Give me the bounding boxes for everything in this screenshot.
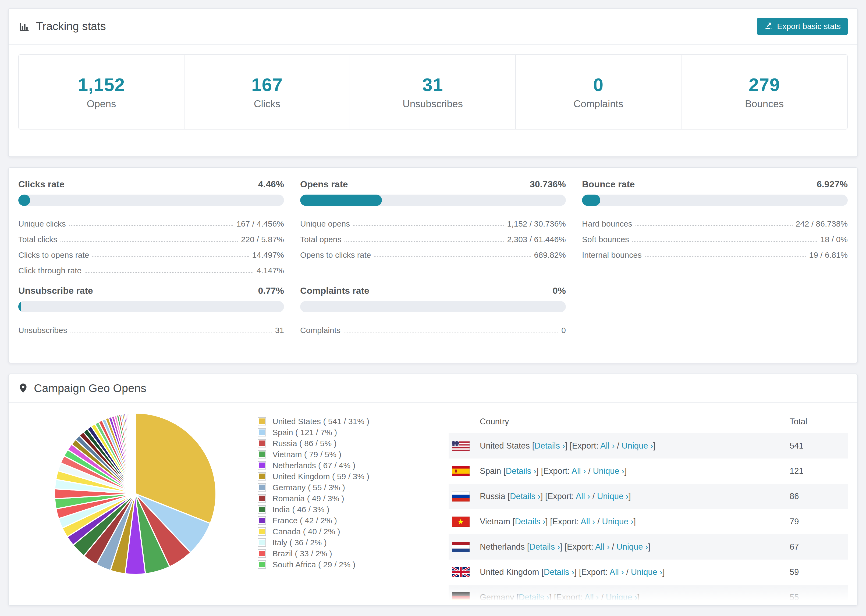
legend-item-netherlands[interactable]: Netherlands ( 67 / 4% )	[258, 460, 446, 471]
slash: /	[586, 466, 593, 476]
legend-item-germany[interactable]: Germany ( 55 / 3% )	[258, 482, 446, 493]
geo-pie-chart	[18, 410, 252, 606]
bracket: ]	[653, 441, 655, 451]
total-cell: 541	[790, 441, 848, 451]
export-unique-link[interactable]: Unique ›	[616, 542, 648, 552]
legend-label: Russia ( 86 / 5% )	[272, 439, 337, 448]
rate-row-hard-bounces: Hard bounces242 / 86.738%	[582, 213, 848, 228]
export-all-link[interactable]: All ›	[572, 466, 586, 476]
details-link[interactable]: Details ›	[534, 441, 565, 451]
de-flag-icon	[452, 592, 469, 603]
legend-item-france[interactable]: France ( 42 / 2% )	[258, 515, 446, 526]
rate-row-total-opens: Total opens2,303 / 61.446%	[300, 228, 566, 244]
legend-label: Germany ( 55 / 3% )	[272, 483, 345, 492]
bracket: ]	[536, 466, 541, 476]
export-basic-stats-button[interactable]: Export basic stats	[757, 18, 848, 35]
export-all-link[interactable]: All ›	[576, 492, 590, 501]
export-button-label: Export basic stats	[777, 22, 841, 31]
legend-swatch	[258, 538, 266, 547]
rate-row-value: 167 / 4.456%	[236, 219, 284, 228]
export-label: [Export:	[570, 441, 600, 451]
export-unique-link[interactable]: Unique ›	[602, 517, 633, 526]
stat-label: Bounces	[745, 98, 784, 110]
stat-value: 0	[593, 74, 604, 95]
stat-value: 31	[422, 74, 443, 95]
rate-row-value: 31	[275, 326, 284, 335]
legend-item-vietnam[interactable]: Vietnam ( 79 / 5% )	[258, 449, 446, 460]
export-all-link[interactable]: All ›	[600, 441, 614, 451]
export-unique-link[interactable]: Unique ›	[593, 466, 624, 476]
legend-item-spain[interactable]: Spain ( 121 / 7% )	[258, 427, 446, 438]
export-unique-link[interactable]: Unique ›	[597, 492, 628, 501]
stat-value: 279	[749, 74, 780, 95]
rate-group-complaints-rate: Complaints rate0%Complaints0	[300, 285, 566, 335]
details-link[interactable]: Details ›	[544, 567, 575, 577]
rate-row-value: 4.147%	[257, 266, 284, 275]
rate-group-bounce-rate: Bounce rate6.927%Hard bounces242 / 86.73…	[582, 179, 848, 275]
export-all-link[interactable]: All ›	[584, 592, 599, 602]
country-name: Netherlands	[480, 542, 527, 552]
legend-swatch	[258, 505, 266, 514]
progress-fill	[18, 195, 30, 206]
rate-title: Bounce rate	[582, 179, 635, 190]
total-cell: 67	[790, 542, 848, 552]
country-name: Vietnam	[480, 517, 513, 526]
stat-value: 1,152	[78, 74, 125, 95]
stat-label: Clicks	[254, 98, 280, 110]
geo-header: Campaign Geo Opens	[9, 374, 857, 403]
geo-table: Country Total United States [Details ›] …	[449, 410, 848, 606]
legend-item-south-africa[interactable]: South Africa ( 29 / 2% )	[258, 559, 446, 570]
bracket: ]	[545, 517, 550, 526]
legend-swatch	[258, 527, 266, 536]
legend-item-brazil[interactable]: Brazil ( 33 / 2% )	[258, 548, 446, 559]
export-all-link[interactable]: All ›	[609, 567, 624, 577]
bracket: [	[507, 492, 510, 501]
legend-item-russia[interactable]: Russia ( 86 / 5% )	[258, 438, 446, 449]
dotted-leader	[632, 241, 817, 242]
legend-item-canada[interactable]: Canada ( 40 / 2% )	[258, 526, 446, 537]
rate-row-label: Total opens	[300, 235, 341, 244]
legend-item-united-states[interactable]: United States ( 541 / 31% )	[258, 416, 446, 427]
export-all-link[interactable]: All ›	[595, 542, 609, 552]
country-name: Germany	[480, 592, 516, 602]
rates-panel: Clicks rate4.46%Unique clicks167 / 4.456…	[8, 167, 858, 363]
details-link[interactable]: Details ›	[510, 492, 540, 501]
export-unique-link[interactable]: Unique ›	[622, 441, 653, 451]
legend-label: India ( 46 / 3% )	[272, 505, 329, 514]
bracket: ]	[565, 441, 570, 451]
progress-bar	[582, 195, 848, 206]
legend-item-italy[interactable]: Italy ( 36 / 2% )	[258, 537, 446, 548]
total-cell: 59	[790, 567, 848, 577]
legend-label: South Africa ( 29 / 2% )	[272, 560, 355, 569]
country-cell: Netherlands [Details ›] [Export: All › /…	[480, 542, 790, 552]
legend-item-india[interactable]: India ( 46 / 3% )	[258, 504, 446, 515]
rate-row-value: 18 / 0%	[820, 235, 848, 244]
table-row-russia: Russia [Details ›] [Export: All › / Uniq…	[449, 484, 848, 509]
rate-title: Unsubscribe rate	[18, 285, 93, 296]
country-name: United Kingdom	[480, 567, 542, 577]
dotted-leader	[636, 225, 793, 226]
country-cell: Vietnam [Details ›] [Export: All › / Uni…	[480, 517, 790, 526]
legend-item-romania[interactable]: Romania ( 49 / 3% )	[258, 493, 446, 504]
export-unique-link[interactable]: Unique ›	[606, 592, 638, 602]
tracking-stats-panel: Tracking stats Export basic stats 1,152O…	[8, 8, 858, 157]
stat-cell-complaints: 0Complaints	[516, 55, 682, 129]
details-link[interactable]: Details ›	[519, 592, 550, 602]
legend-item-united-kingdom[interactable]: United Kingdom ( 59 / 3% )	[258, 471, 446, 482]
rate-row-value: 2,303 / 61.446%	[507, 235, 566, 244]
export-unique-link[interactable]: Unique ›	[631, 567, 663, 577]
details-link[interactable]: Details ›	[506, 466, 537, 476]
dotted-leader	[345, 241, 504, 242]
export-all-link[interactable]: All ›	[581, 517, 595, 526]
tracking-stats-title: Tracking stats	[18, 20, 106, 33]
legend-swatch	[258, 461, 266, 470]
table-row-vietnam: Vietnam [Details ›] [Export: All › / Uni…	[449, 509, 848, 534]
details-link[interactable]: Details ›	[515, 517, 545, 526]
rate-row-unique-clicks: Unique clicks167 / 4.456%	[18, 213, 284, 228]
details-link[interactable]: Details ›	[529, 542, 560, 552]
es-flag-icon	[452, 466, 469, 476]
rate-value: 30.736%	[530, 179, 566, 190]
bracket: ]	[575, 567, 579, 577]
tracking-stats-header: Tracking stats Export basic stats	[9, 9, 857, 45]
rate-row-clicks-to-opens-rate: Clicks to opens rate14.497%	[18, 244, 284, 259]
